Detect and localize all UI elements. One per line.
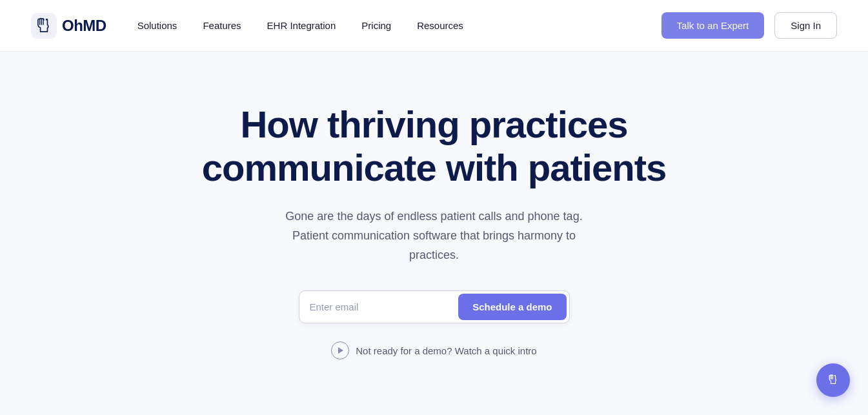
nav-link-ehr-integration[interactable]: EHR Integration: [267, 20, 336, 31]
hero-section: How thriving practices communicate with …: [0, 52, 868, 398]
logo-text: OhMD: [62, 17, 106, 35]
navbar: OhMD Solutions Features EHR Integration …: [0, 0, 868, 52]
svg-rect-0: [31, 13, 57, 39]
nav-link-features[interactable]: Features: [203, 20, 241, 31]
nav-link-resources[interactable]: Resources: [417, 20, 463, 31]
sign-in-button[interactable]: Sign In: [774, 12, 837, 39]
logo-icon: [31, 13, 57, 39]
nav-link-solutions[interactable]: Solutions: [137, 20, 177, 31]
email-form: Schedule a demo: [299, 290, 570, 323]
play-triangle: [338, 347, 343, 354]
nav-links: Solutions Features EHR Integration Prici…: [137, 20, 661, 31]
hero-subtitle: Gone are the days of endless patient cal…: [267, 207, 602, 265]
play-icon: [331, 341, 349, 359]
watch-intro-text: Not ready for a demo? Watch a quick intr…: [356, 345, 536, 356]
email-input[interactable]: [310, 295, 459, 319]
talk-to-expert-button[interactable]: Talk to an Expert: [661, 12, 765, 39]
watch-intro-link[interactable]: Not ready for a demo? Watch a quick intr…: [331, 341, 536, 359]
nav-link-pricing[interactable]: Pricing: [361, 20, 391, 31]
hero-title: How thriving practices communicate with …: [183, 103, 686, 189]
chat-fab-button[interactable]: [816, 363, 850, 397]
logo-link[interactable]: OhMD: [31, 13, 106, 39]
schedule-demo-button[interactable]: Schedule a demo: [458, 294, 566, 320]
chat-fab-icon: [825, 372, 842, 389]
nav-actions: Talk to an Expert Sign In: [661, 12, 837, 39]
